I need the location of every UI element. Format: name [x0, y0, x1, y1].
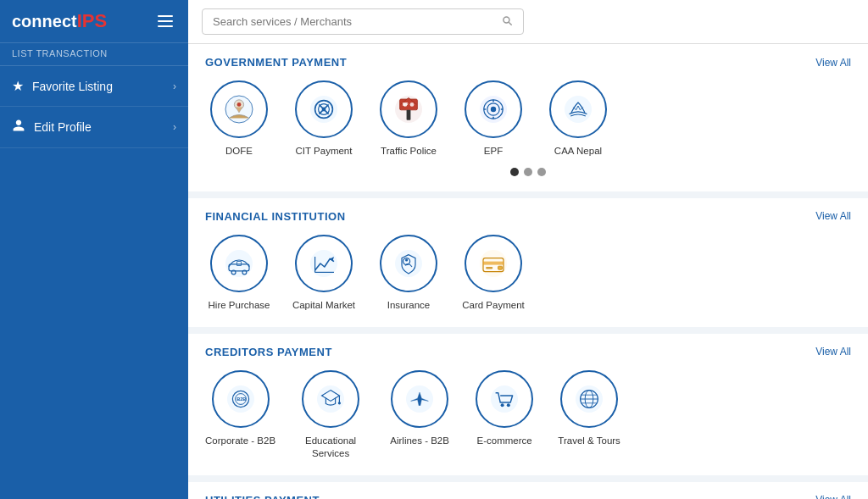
- header: [188, 0, 868, 44]
- service-label: Travel & Tours: [558, 435, 620, 447]
- service-item-capital-market[interactable]: Capital Market: [290, 235, 358, 312]
- sidebar-item-favorite-listing[interactable]: ★ Favorite Listing ›: [0, 66, 188, 107]
- traffic-icon-circle: NP: [380, 80, 437, 138]
- service-label: EPF: [484, 145, 503, 158]
- service-item-traffic[interactable]: NP Traffic Police: [375, 80, 442, 158]
- view-all-utilities[interactable]: View All: [815, 494, 851, 499]
- sidebar-item-label: Edit Profile: [34, 120, 92, 134]
- svg-point-25: [395, 250, 422, 277]
- svg-point-40: [338, 402, 341, 404]
- search-input[interactable]: [213, 15, 501, 28]
- svg-point-43: [501, 403, 504, 407]
- service-label: Capital Market: [292, 299, 355, 312]
- service-item-airlines[interactable]: Airlines - B2B: [386, 370, 453, 447]
- svg-point-42: [491, 385, 518, 413]
- svg-rect-11: [407, 110, 411, 120]
- service-label: Insurance: [387, 299, 431, 312]
- section-header: UTILITIES PAYMENT View All: [205, 494, 851, 499]
- service-label: Traffic Police: [381, 145, 437, 158]
- svg-point-37: [317, 385, 344, 413]
- content-area: GOVERNMENT PAYMENT View All: [188, 44, 868, 499]
- sidebar: connectIPS List Transaction ★ Favorite L…: [0, 0, 188, 499]
- svg-rect-31: [486, 267, 492, 269]
- logo-ips: IPS: [77, 10, 107, 31]
- dot-2: [524, 168, 532, 176]
- search-icon: [501, 14, 513, 29]
- travel-icon-circle: [560, 370, 618, 428]
- svg-point-44: [507, 403, 510, 407]
- sidebar-item-label: Favorite Listing: [32, 80, 113, 93]
- service-label: DOFE: [225, 145, 253, 158]
- chevron-right-icon: ›: [173, 121, 176, 133]
- view-all-financial[interactable]: View All: [815, 210, 851, 222]
- sidebar-logo: connectIPS: [0, 0, 188, 43]
- service-item-card-payment[interactable]: Card Payment: [459, 235, 527, 312]
- service-item-educational[interactable]: Educational Services: [292, 370, 369, 460]
- svg-rect-32: [498, 266, 503, 269]
- svg-point-10: [410, 103, 415, 107]
- service-label: E-commerce: [477, 435, 532, 447]
- service-label: Educational Services: [292, 435, 369, 460]
- main-content: GOVERNMENT PAYMENT View All: [188, 0, 868, 499]
- svg-point-2: [237, 103, 242, 107]
- sidebar-item-edit-profile[interactable]: Edit Profile ›: [0, 107, 188, 148]
- service-item-hire-purchase[interactable]: Hire Purchase: [205, 235, 273, 312]
- section-title: CREDITORS PAYMENT: [205, 346, 332, 358]
- logo: connectIPS: [12, 10, 107, 32]
- hire-purchase-icon-circle: [210, 235, 268, 292]
- service-item-corporate-b2b[interactable]: B2B Corporate - B2B: [205, 370, 275, 447]
- star-icon: ★: [12, 78, 24, 94]
- svg-text:B2B: B2B: [236, 396, 246, 402]
- service-label: CIT Payment: [296, 145, 353, 158]
- svg-rect-30: [483, 262, 504, 265]
- service-item-cit[interactable]: CIT Payment: [290, 80, 358, 158]
- service-item-insurance[interactable]: Insurance: [375, 235, 442, 312]
- svg-point-18: [225, 250, 253, 277]
- card-payment-icon-circle: [465, 235, 522, 292]
- hamburger-menu-icon[interactable]: [154, 12, 176, 30]
- insurance-icon-circle: [380, 235, 437, 292]
- service-label: Hire Purchase: [209, 299, 270, 312]
- view-all-government[interactable]: View All: [815, 57, 851, 69]
- dot-1: [510, 168, 519, 176]
- section-header: CREDITORS PAYMENT View All: [205, 346, 851, 358]
- logo-connect: connect: [12, 12, 77, 30]
- chevron-right-icon: ›: [173, 80, 176, 92]
- service-item-travel[interactable]: Travel & Tours: [555, 370, 623, 447]
- svg-point-27: [405, 258, 408, 261]
- capital-market-icon-circle: [295, 235, 353, 292]
- caa-icon-circle: [549, 80, 607, 138]
- airlines-icon-circle: [391, 370, 448, 428]
- section-title: FINANCIAL INSTITUTION: [205, 210, 346, 223]
- section-title: GOVERNMENT PAYMENT: [205, 56, 347, 69]
- service-item-epf[interactable]: EPF: [459, 80, 527, 158]
- creditors-payment-section: CREDITORS PAYMENT View All B2B Corporate…: [188, 334, 868, 475]
- financial-icons-grid: Hire Purchase Capital Market: [205, 235, 851, 312]
- service-label: Corporate - B2B: [205, 435, 275, 447]
- educational-icon-circle: [302, 370, 359, 428]
- cit-icon-circle: [295, 80, 353, 138]
- ecommerce-icon-circle: [476, 370, 533, 428]
- epf-icon-circle: [465, 80, 522, 138]
- svg-point-23: [310, 250, 337, 277]
- government-payment-section: GOVERNMENT PAYMENT View All: [188, 44, 868, 191]
- svg-text:NP: NP: [403, 103, 409, 107]
- service-item-dofe[interactable]: DOFE: [205, 80, 273, 158]
- financial-institution-section: FINANCIAL INSTITUTION View All: [188, 198, 868, 327]
- dot-3: [537, 168, 546, 176]
- section-header: GOVERNMENT PAYMENT View All: [205, 56, 851, 69]
- government-icons-grid: DOFE CIT Payment: [205, 80, 851, 158]
- person-icon: [12, 119, 25, 136]
- dofe-icon-circle: [210, 80, 268, 138]
- creditors-icons-grid: B2B Corporate - B2B: [205, 370, 851, 460]
- service-label: CAA Nepal: [554, 145, 602, 158]
- section-header: FINANCIAL INSTITUTION View All: [205, 210, 851, 223]
- svg-point-16: [491, 107, 496, 112]
- view-all-creditors[interactable]: View All: [815, 346, 851, 358]
- search-bar[interactable]: [202, 8, 524, 35]
- svg-point-17: [565, 96, 592, 123]
- service-item-caa[interactable]: CAA Nepal: [544, 80, 612, 158]
- corporate-b2b-icon-circle: B2B: [212, 370, 270, 428]
- section-title: UTILITIES PAYMENT: [205, 494, 320, 499]
- service-item-ecommerce[interactable]: E-commerce: [470, 370, 538, 447]
